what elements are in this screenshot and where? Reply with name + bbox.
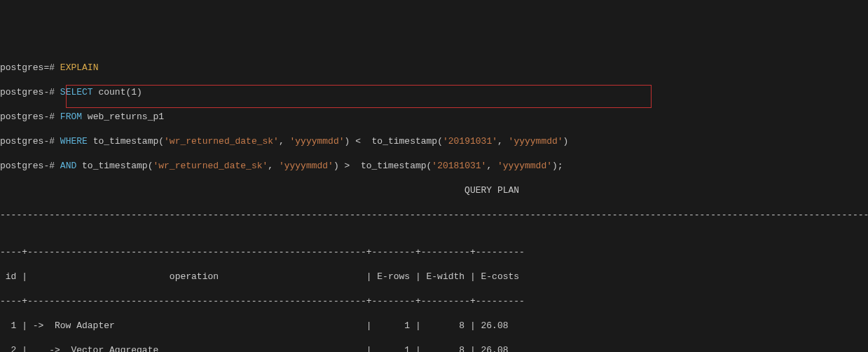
kw-and: AND: [60, 161, 76, 171]
query-plan-header: QUERY PLAN: [0, 184, 868, 197]
sql-line-5: postgres-# AND to_timestamp('wr_returned…: [0, 160, 868, 172]
table-header: id | operation | E-rows | E-width | E-co…: [0, 271, 868, 283]
terminal-output: postgres=# EXPLAIN postgres-# SELECT cou…: [0, 49, 868, 352]
kw-where: WHERE: [60, 136, 88, 147]
table-row: 2 | -> Vector Aggregate | 1 | 8 | 26.08: [0, 344, 868, 352]
kw-select: SELECT: [60, 87, 93, 97]
table-header-divider: ----+-----------------------------------…: [0, 295, 868, 308]
table-row: 1 | -> Row Adapter | 1 | 8 | 26.08: [0, 320, 868, 332]
sql-line-2: postgres-# SELECT count(1): [0, 86, 868, 99]
kw-from: FROM: [60, 111, 82, 122]
sql-line-1: postgres=# EXPLAIN: [0, 62, 868, 74]
sql-line-4: postgres-# WHERE to_timestamp('wr_return…: [0, 135, 868, 148]
table-header-divider: ----+-----------------------------------…: [0, 246, 868, 259]
sql-line-3: postgres-# FROM web_returns_p1: [0, 111, 868, 123]
kw-explain: EXPLAIN: [60, 62, 99, 73]
prompt: postgres=#: [0, 62, 60, 73]
divider: ----------------------------------------…: [0, 209, 868, 222]
